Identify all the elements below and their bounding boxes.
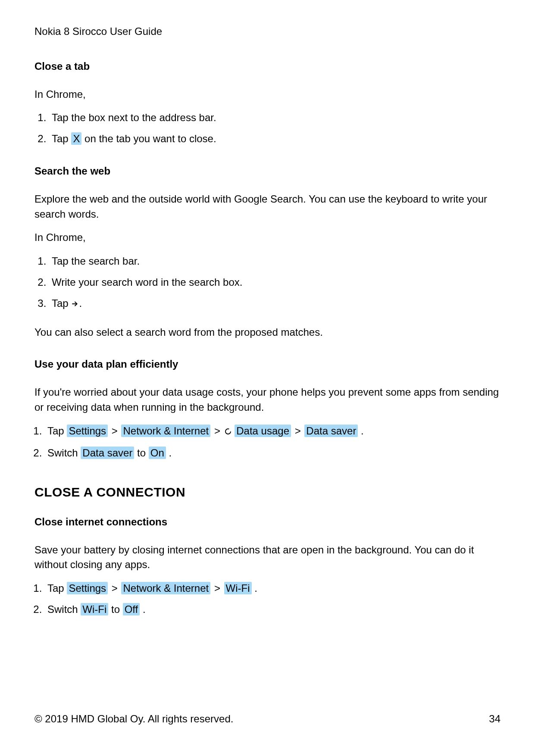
text-search-outro: You can also select a search word from t… xyxy=(34,325,501,340)
separator: > xyxy=(111,582,119,594)
heading-close-internet-connections: Close internet connections xyxy=(34,515,501,530)
step-text-pre: Tap xyxy=(52,297,71,309)
svg-point-1 xyxy=(225,429,231,434)
text-in-chrome-2: In Chrome, xyxy=(34,230,501,245)
page-footer: © 2019 HMD Global Oy. All rights reserve… xyxy=(34,712,501,727)
highlight-data-usage: Data usage xyxy=(235,425,291,437)
highlight-network-internet-2: Network & Internet xyxy=(121,582,210,594)
highlight-on: On xyxy=(149,447,166,459)
step-text-post: . xyxy=(79,297,82,309)
highlight-settings-2: Settings xyxy=(67,582,108,594)
step-text-pre: Switch xyxy=(47,603,81,615)
step-text: Tap the box next to the address bar. xyxy=(52,112,216,123)
text-search-intro: Explore the web and the outside world wi… xyxy=(34,192,501,222)
list-item: Tap Settings > Network & Internet > Wi-F… xyxy=(45,581,501,596)
list-item: Write your search word in the search box… xyxy=(49,275,501,290)
highlight-wifi-2: Wi-Fi xyxy=(81,603,108,615)
list-item: Tap the box next to the address bar. xyxy=(49,110,501,125)
highlight-data-saver: Data saver xyxy=(304,425,358,437)
step-text-mid: to xyxy=(134,447,148,459)
list-item: Tap the search bar. xyxy=(49,254,501,269)
text-close-conn-intro: Save your battery by closing internet co… xyxy=(34,543,501,573)
text-in-chrome-1: In Chrome, xyxy=(34,87,501,102)
step-text-pre: Switch xyxy=(47,447,81,459)
heading-close-a-tab: Close a tab xyxy=(34,59,501,74)
steps-data-plan: Tap Settings > Network & Internet > Data… xyxy=(34,424,501,461)
step-text-post: . xyxy=(252,582,257,594)
data-usage-icon xyxy=(224,425,232,440)
list-item: Tap X on the tab you want to close. xyxy=(49,131,501,147)
arrow-right-icon xyxy=(71,297,79,312)
step-text-post: . xyxy=(358,425,363,437)
highlight-network-internet: Network & Internet xyxy=(121,425,210,437)
heading-search-the-web: Search the web xyxy=(34,164,501,179)
text-data-plan-intro: If you're worried about your data usage … xyxy=(34,385,501,415)
heading-close-a-connection: CLOSE A CONNECTION xyxy=(34,483,501,502)
step-text-pre: Tap xyxy=(47,582,67,594)
highlight-wifi: Wi-Fi xyxy=(224,582,252,594)
list-item: Tap . xyxy=(49,296,501,312)
step-text: Write your search word in the search box… xyxy=(52,276,242,288)
step-text-post: . xyxy=(166,447,172,459)
step-text-post: on the tab you want to close. xyxy=(81,133,216,144)
steps-search-the-web: Tap the search bar. Write your search wo… xyxy=(34,254,501,312)
step-text-pre: Tap xyxy=(47,425,67,437)
step-text-pre: Tap xyxy=(52,133,71,144)
page-header-title: Nokia 8 Sirocco User Guide xyxy=(34,24,501,39)
footer-page-number: 34 xyxy=(489,712,501,727)
step-text-mid: to xyxy=(108,603,122,615)
list-item: Tap Settings > Network & Internet > Data… xyxy=(45,424,501,440)
highlight-x: X xyxy=(71,132,81,145)
list-item: Switch Wi-Fi to Off . xyxy=(45,602,501,617)
heading-data-plan: Use your data plan efficiently xyxy=(34,357,501,372)
separator: > xyxy=(111,425,119,437)
highlight-data-saver-2: Data saver xyxy=(81,447,134,459)
separator: > xyxy=(294,425,302,437)
separator: > xyxy=(213,582,221,594)
separator: > xyxy=(213,425,221,437)
step-text-post: . xyxy=(140,603,145,615)
highlight-settings: Settings xyxy=(67,425,108,437)
highlight-off: Off xyxy=(123,603,140,615)
step-text: Tap the search bar. xyxy=(52,255,140,267)
steps-close-a-tab: Tap the box next to the address bar. Tap… xyxy=(34,110,501,147)
footer-copyright: © 2019 HMD Global Oy. All rights reserve… xyxy=(34,712,233,727)
steps-close-connection: Tap Settings > Network & Internet > Wi-F… xyxy=(34,581,501,617)
page-container: Nokia 8 Sirocco User Guide Close a tab I… xyxy=(0,0,535,756)
list-item: Switch Data saver to On . xyxy=(45,446,501,461)
